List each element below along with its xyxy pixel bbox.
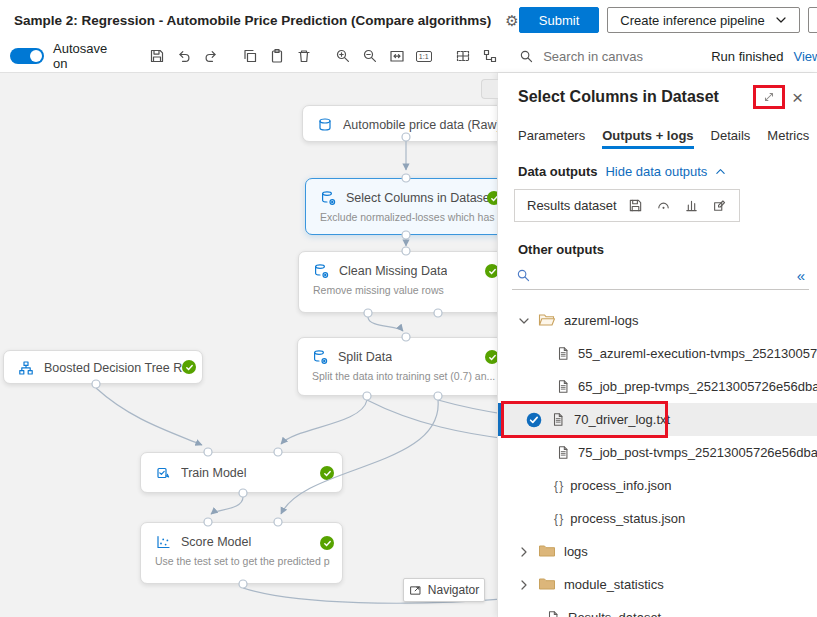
- tree-label: 70_driver_log.txt: [574, 412, 670, 427]
- copy-icon[interactable]: [236, 43, 263, 69]
- navigator-button[interactable]: Navigator: [403, 578, 485, 602]
- caret-up-icon[interactable]: [715, 166, 726, 177]
- tree-row-process-info-json[interactable]: { } process_info.json: [498, 469, 817, 502]
- chevron-down-icon[interactable]: [518, 315, 530, 327]
- panel-tabs: Parameters Outputs + logs Details Metric…: [498, 124, 817, 146]
- submit-button[interactable]: Submit: [519, 7, 599, 33]
- chevron-down-icon: [775, 14, 787, 26]
- tab-details[interactable]: Details: [711, 128, 751, 143]
- expand-panel-icon[interactable]: [762, 90, 776, 104]
- autosave-toggle[interactable]: [10, 48, 44, 64]
- save-output-icon[interactable]: [628, 198, 643, 213]
- register-dataset-icon[interactable]: [712, 198, 727, 213]
- save-icon[interactable]: [143, 43, 170, 69]
- annotation-box-expand: [753, 85, 785, 109]
- toolbar-group-file: [143, 43, 224, 69]
- results-dataset-row: Results dataset: [514, 189, 740, 222]
- collapse-all-icon[interactable]: «: [797, 267, 805, 284]
- data-outputs-label: Data outputs: [518, 164, 597, 179]
- close-panel-icon[interactable]: ×: [790, 88, 805, 107]
- document-icon: [556, 445, 570, 460]
- connection: [211, 497, 243, 514]
- tree-row-azureml-logs[interactable]: azureml-logs: [498, 304, 817, 337]
- status-completed-icon: [320, 466, 334, 480]
- panel-collapse-handle[interactable]: [481, 79, 498, 99]
- tab-parameters[interactable]: Parameters: [518, 128, 585, 143]
- redo-icon[interactable]: [197, 43, 224, 69]
- titlebar: Sample 2: Regression - Automobile Price …: [0, 0, 817, 40]
- module-title: Select Columns in Dataset: [346, 191, 493, 205]
- search-in-canvas-input[interactable]: [541, 48, 711, 65]
- module-select-columns-in-dataset[interactable]: Select Columns in Dataset Exclude normal…: [305, 178, 510, 235]
- run-area: Run finished View run overview: [711, 49, 817, 64]
- results-dataset-label: Results dataset: [527, 198, 617, 213]
- settings-gear-icon[interactable]: ⚙: [505, 13, 518, 28]
- document-icon: [551, 412, 565, 427]
- folder-icon: [538, 576, 556, 594]
- split-data-icon: [312, 349, 328, 365]
- details-panel: Select Columns in Dataset × Parameters O…: [497, 73, 817, 617]
- actual-size-icon[interactable]: 1:1: [410, 43, 437, 69]
- outputs-filter-input[interactable]: [537, 267, 789, 284]
- pipeline-title: Sample 2: Regression - Automobile Price …: [14, 13, 491, 28]
- train-model-icon: [155, 465, 171, 481]
- other-outputs-label: Other outputs: [518, 242, 817, 257]
- module-title: Clean Missing Data: [339, 264, 447, 278]
- hide-data-outputs-link[interactable]: Hide data outputs: [605, 164, 707, 179]
- navigator-label: Navigator: [428, 583, 479, 597]
- connection: [96, 388, 202, 445]
- outputs-search-row: «: [512, 262, 809, 290]
- tree-row-results-dataset[interactable]: Results_dataset: [498, 601, 817, 617]
- auto-layout-icon[interactable]: [476, 43, 503, 69]
- panel-title: Select Columns in Dataset: [518, 88, 753, 106]
- chevron-right-icon[interactable]: [518, 546, 530, 558]
- decision-tree-icon: [18, 360, 34, 376]
- tree-label: 55_azureml-execution-tvmps_25213005726e5…: [578, 346, 817, 361]
- tab-metrics[interactable]: Metrics: [767, 128, 809, 143]
- tab-outputs-logs[interactable]: Outputs + logs: [602, 128, 693, 143]
- autosave-label: Autosave on: [53, 41, 107, 71]
- module-clean-missing-data[interactable]: Clean Missing Data Remove missing value …: [298, 251, 508, 313]
- select-columns-icon: [320, 190, 336, 206]
- module-score-model[interactable]: Score Model Use the test set to get the …: [140, 522, 343, 584]
- status-completed-icon: [182, 360, 196, 374]
- file-icon: [546, 610, 560, 617]
- canvas-search: [519, 48, 711, 65]
- select-all-icon[interactable]: [449, 43, 476, 69]
- tree-label: 75_job_post-tvmps_25213005726e56dba07a1e…: [578, 445, 817, 460]
- module-automobile-price-data[interactable]: Automobile price data (Raw): [302, 105, 510, 142]
- zoom-in-icon[interactable]: [329, 43, 356, 69]
- zoom-out-icon[interactable]: [356, 43, 383, 69]
- score-model-icon: [155, 534, 171, 550]
- folder-open-icon: [538, 312, 556, 330]
- tree-row-module-statistics[interactable]: module_statistics: [498, 568, 817, 601]
- delete-icon[interactable]: [290, 43, 317, 69]
- document-icon: [556, 379, 570, 394]
- tree-row-70-driver-log[interactable]: 70_driver_log.txt: [498, 403, 817, 436]
- view-run-overview-link[interactable]: View run overview: [793, 49, 817, 64]
- tree-row-65-job-prep[interactable]: 65_job_prep-tvmps_25213005726e56dba07a1e…: [498, 370, 817, 403]
- preview-output-icon[interactable]: [656, 198, 671, 213]
- create-inference-pipeline-button[interactable]: Create inference pipeline: [607, 7, 800, 33]
- visualize-chart-icon[interactable]: [684, 198, 699, 213]
- run-status-text: Run finished: [711, 49, 783, 64]
- main-area: Automobile price data (Raw) Select Colum…: [0, 73, 817, 617]
- clean-missing-data-icon: [313, 263, 329, 279]
- tree-row-75-job-post[interactable]: 75_job_post-tvmps_25213005726e56dba07a1e…: [498, 436, 817, 469]
- chevron-right-icon[interactable]: [518, 579, 530, 591]
- module-boosted-decision-tree-regression[interactable]: Boosted Decision Tree Regre...: [3, 350, 203, 384]
- undo-icon[interactable]: [170, 43, 197, 69]
- fit-to-screen-icon[interactable]: [383, 43, 410, 69]
- results-dataset-actions: [628, 198, 727, 213]
- data-outputs-row: Data outputs Hide data outputs: [498, 164, 817, 179]
- panel-header: Select Columns in Dataset ×: [498, 73, 817, 109]
- tree-label: process_info.json: [570, 478, 671, 493]
- paste-icon[interactable]: [263, 43, 290, 69]
- tree-row-logs[interactable]: logs: [498, 535, 817, 568]
- tree-row-55-azureml-execution[interactable]: 55_azureml-execution-tvmps_25213005726e5…: [498, 337, 817, 370]
- publish-button[interactable]: Publish: [808, 7, 817, 33]
- module-train-model[interactable]: Train Model: [140, 452, 343, 493]
- module-title: Train Model: [181, 466, 247, 480]
- module-split-data[interactable]: Split Data Split the data into training …: [297, 337, 508, 396]
- tree-row-process-status-json[interactable]: { } process_status.json: [498, 502, 817, 535]
